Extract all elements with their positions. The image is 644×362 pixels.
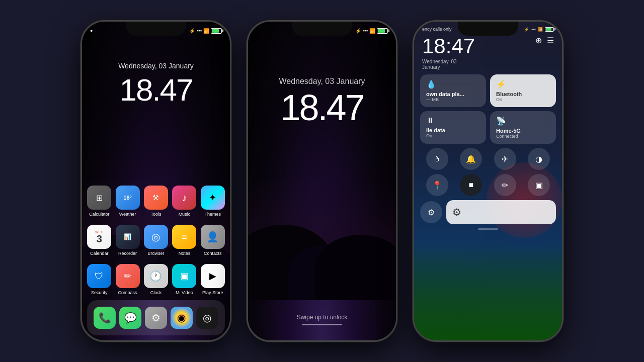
phone-homescreen: ● ⚡ ▪▪▪ 📶 Wednesday, 03 January 18.47 [80, 20, 231, 342]
grid-btn[interactable]: ▣ [528, 174, 550, 196]
playstore-label: Play Store [202, 290, 223, 295]
cc-mobiledata-tile[interactable]: ⏸ ile data On [420, 111, 486, 144]
mobiledata-sub: On [426, 133, 480, 138]
music-icon: ♪ [172, 186, 196, 210]
hills-silhouette [248, 210, 396, 300]
tools-label: Tools [150, 212, 161, 217]
bt-tile-sub: On [496, 97, 550, 102]
app-themes[interactable]: ✦ Themes [201, 186, 225, 217]
data-tile-sub: — MB [426, 97, 480, 102]
carrier-text: ency calls only [422, 27, 452, 32]
cc-row-1: 💧 own data pla... — MB ⚡ Bluetooth On [420, 74, 556, 107]
dock-phone[interactable]: 📞 [94, 307, 116, 329]
homescreen-content: Wednesday, 03 January 18.47 ⊞ Calculator… [82, 22, 230, 340]
app-clock[interactable]: 🕐 Clock [144, 264, 168, 295]
app-compass[interactable]: ✏ Compass [115, 264, 139, 295]
app-playstore[interactable]: ▶ Play Store [201, 264, 225, 295]
dock-camera[interactable]: ◎ [196, 307, 218, 329]
bt-tile-title: Bluetooth [496, 91, 550, 97]
calculator-label: Calculator [89, 212, 110, 217]
music-label: Music [179, 212, 191, 217]
notes-icon: ≡ [172, 225, 196, 249]
contacts-icon: 👤 [201, 225, 225, 249]
app-grid: ⊞ Calculator 18° Weather ⚒ Tools ♪ [87, 186, 225, 295]
cc-date: Wednesday, 03January [422, 59, 475, 70]
torch-icon: 🕯 [433, 154, 441, 163]
dock-palette[interactable]: ◉ [171, 307, 193, 329]
bt-icon: ⚡ [524, 27, 529, 32]
status-left: ● [90, 28, 93, 33]
app-weather[interactable]: 18° Weather [115, 186, 139, 217]
dock: 📞 💬 ⚙ ◉ ◎ [87, 300, 225, 335]
calculator-icon: ⊞ [87, 186, 111, 210]
app-notes[interactable]: ≡ Notes [172, 225, 196, 256]
cc-header: 18:47 Wednesday, 03January ⊕ ☰ [422, 36, 554, 70]
wifi-icon: 📶 [369, 28, 375, 34]
cc-wifi-tile[interactable]: 📡 Home-5G Connected [490, 111, 556, 144]
cc-icon-row-2: 📍 ■ ✏ ▣ [420, 174, 556, 196]
dock-messages[interactable]: 💬 [119, 307, 141, 329]
data-tile-title: own data pla... [426, 91, 480, 97]
record-btn[interactable]: ■ [460, 174, 482, 196]
security-icon: 🛡 [87, 264, 111, 288]
app-tools[interactable]: ⚒ Tools [144, 186, 168, 217]
phone-lockscreen: ⚡ ▪▪▪ 📶 Wednesday, 03 January 18.47 Swip… [247, 20, 397, 342]
mivideo-label: Mi Video [176, 290, 193, 295]
recorder-icon: 📊 [116, 225, 140, 249]
cc-settings-tile[interactable]: ⚙ [446, 200, 556, 224]
bell-icon: 🔔 [466, 154, 476, 164]
playstore-icon: ▶ [201, 264, 225, 288]
dock-camera-icon: ◎ [196, 307, 218, 329]
location-btn[interactable]: 📍 [426, 174, 448, 196]
status-right: ⚡ ▪▪▪ 📶 [189, 28, 222, 34]
contrast-btn[interactable]: ◑ [528, 148, 550, 170]
menu-icon[interactable]: ☰ [547, 36, 554, 45]
airplane-icon: ✈ [502, 154, 508, 164]
cc-icon-row-1: 🕯 🔔 ✈ ◑ [420, 148, 556, 170]
compass-icon: ✏ [116, 264, 140, 288]
wifi-tile-sub: Connected [496, 134, 550, 139]
bell-btn[interactable]: 🔔 [460, 148, 482, 170]
settings-tile-icon: ⚙ [452, 206, 461, 218]
app-mivideo[interactable]: ▣ Mi Video [172, 264, 196, 295]
edit-btn[interactable]: ✏ [494, 174, 516, 196]
wifi-tile-title: Home-5G [496, 128, 550, 134]
target-icon[interactable]: ⊕ [535, 36, 542, 45]
cc-header-buttons: ⊕ ☰ [535, 36, 554, 45]
wifi-icon: 📶 [203, 28, 209, 34]
home-time: 18.47 [82, 72, 230, 108]
cc-tiles: 💧 own data pla... — MB ⚡ Bluetooth On ⏸ … [420, 74, 556, 230]
cc-bluetooth-tile[interactable]: ⚡ Bluetooth On [490, 74, 556, 107]
cc-data-tile[interactable]: 💧 own data pla... — MB [420, 74, 486, 107]
dock-palette-icon: ◉ [171, 307, 193, 329]
wifi-tile-icon: 📡 [496, 116, 550, 126]
security-label: Security [91, 290, 108, 295]
clock-icon: 🕐 [144, 264, 168, 288]
app-calculator[interactable]: ⊞ Calculator [87, 186, 111, 217]
airplane-btn[interactable]: ✈ [494, 148, 516, 170]
app-security[interactable]: 🛡 Security [87, 264, 111, 295]
themes-icon: ✦ [201, 186, 225, 210]
settings-btn[interactable]: ⚙ [420, 201, 442, 223]
app-calendar[interactable]: Wed 3 Calendar [87, 225, 111, 256]
battery [545, 27, 554, 32]
lockscreen-wallpaper [248, 22, 396, 340]
app-music[interactable]: ♪ Music [172, 186, 196, 217]
status-bar: ⚡ ▪▪▪ 📶 [256, 26, 388, 36]
torch-btn[interactable]: 🕯 [426, 148, 448, 170]
dock-messages-icon: 💬 [119, 307, 141, 329]
edit-icon: ✏ [502, 180, 508, 190]
bluetooth-icon: ⚡ [189, 28, 195, 34]
phone-controlcenter: ency calls only ⚡ ▪▪▪ 📶 18:47 Wednesday,… [413, 20, 564, 342]
bluetooth-icon: ⚡ [355, 28, 361, 34]
record-icon: ■ [468, 180, 473, 190]
cc-time: 18:47 [422, 36, 475, 57]
app-contacts[interactable]: 👤 Contacts [201, 225, 225, 256]
tools-icon: ⚒ [144, 186, 168, 210]
swipe-unlock-text[interactable]: Swipe up to unlock [248, 314, 396, 325]
app-recorder[interactable]: 📊 Recorder [115, 225, 139, 256]
app-browser[interactable]: ◎ Browser [144, 225, 168, 256]
swipe-line [302, 324, 342, 325]
dock-settings[interactable]: ⚙ [145, 307, 167, 329]
calendar-label: Calendar [90, 251, 109, 256]
